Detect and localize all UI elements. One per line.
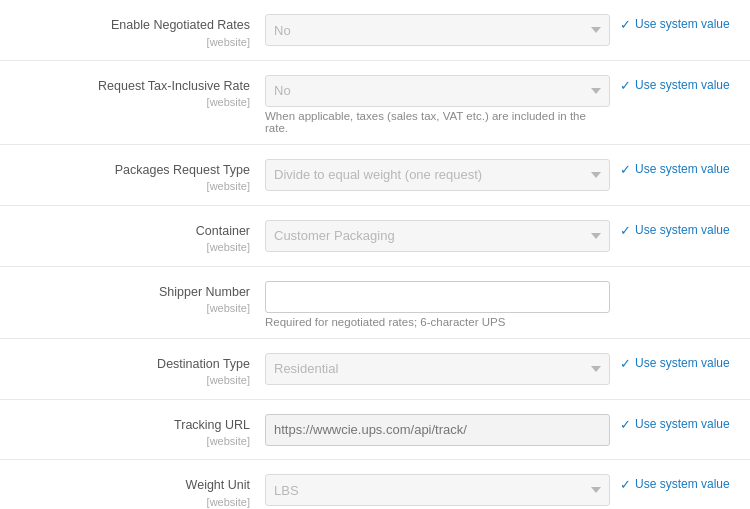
system-value-label-tracking-url[interactable]: Use system value	[635, 417, 730, 431]
form-rows-container: Enable Negotiated Rates[website]NoYes✓Us…	[0, 0, 750, 509]
select-packages-request-type: Divide to equal weight (one request)Use …	[265, 159, 610, 191]
label-destination-type: Destination Type[website]	[0, 349, 265, 389]
select-weight-unit: LBSKGS	[265, 474, 610, 506]
checkmark-icon-container[interactable]: ✓	[620, 223, 631, 238]
system-value-label-destination-type[interactable]: Use system value	[635, 356, 730, 370]
system-value-label-packages-request-type[interactable]: Use system value	[635, 162, 730, 176]
form-row-container: Container[website]Customer PackagingUPS …	[0, 206, 750, 267]
sublabel-request-tax-inclusive-rate: [website]	[0, 95, 250, 110]
form-row-enable-negotiated-rates: Enable Negotiated Rates[website]NoYes✓Us…	[0, 0, 750, 61]
input-shipper-number[interactable]	[265, 281, 610, 313]
system-value-label-request-tax-inclusive-rate[interactable]: Use system value	[635, 78, 730, 92]
input-tracking-url	[265, 414, 610, 446]
form-row-destination-type: Destination Type[website]ResidentialComm…	[0, 339, 750, 400]
form-row-weight-unit: Weight Unit[website]LBSKGS✓Use system va…	[0, 460, 750, 509]
label-shipper-number: Shipper Number[website]	[0, 277, 265, 317]
form-row-shipper-number: Shipper Number[website]Required for nego…	[0, 267, 750, 339]
system-value-cell-shipper-number	[620, 277, 750, 284]
checkmark-icon-packages-request-type[interactable]: ✓	[620, 162, 631, 177]
sublabel-shipper-number: [website]	[0, 301, 250, 316]
system-value-cell-packages-request-type: ✓Use system value	[620, 155, 750, 177]
system-value-label-container[interactable]: Use system value	[635, 223, 730, 237]
system-value-label-weight-unit[interactable]: Use system value	[635, 477, 730, 491]
sublabel-weight-unit: [website]	[0, 495, 250, 509]
system-value-label-enable-negotiated-rates[interactable]: Use system value	[635, 17, 730, 31]
sublabel-enable-negotiated-rates: [website]	[0, 35, 250, 50]
select-enable-negotiated-rates: NoYes	[265, 14, 610, 46]
system-value-cell-container: ✓Use system value	[620, 216, 750, 238]
checkmark-icon-enable-negotiated-rates[interactable]: ✓	[620, 17, 631, 32]
input-cell-tracking-url	[265, 410, 620, 446]
input-cell-packages-request-type: Divide to equal weight (one request)Use …	[265, 155, 620, 191]
label-enable-negotiated-rates: Enable Negotiated Rates[website]	[0, 10, 265, 50]
label-packages-request-type: Packages Request Type[website]	[0, 155, 265, 195]
settings-form: Enable Negotiated Rates[website]NoYes✓Us…	[0, 0, 750, 509]
form-row-packages-request-type: Packages Request Type[website]Divide to …	[0, 145, 750, 206]
checkmark-icon-request-tax-inclusive-rate[interactable]: ✓	[620, 78, 631, 93]
input-cell-shipper-number: Required for negotiated rates; 6-charact…	[265, 277, 620, 328]
form-row-request-tax-inclusive-rate: Request Tax-Inclusive Rate[website]NoYes…	[0, 61, 750, 145]
input-cell-destination-type: ResidentialCommercial	[265, 349, 620, 385]
label-request-tax-inclusive-rate: Request Tax-Inclusive Rate[website]	[0, 71, 265, 111]
select-request-tax-inclusive-rate: NoYes	[265, 75, 610, 107]
system-value-cell-request-tax-inclusive-rate: ✓Use system value	[620, 71, 750, 93]
form-row-tracking-url: Tracking URL[website]✓Use system value	[0, 400, 750, 461]
checkmark-icon-destination-type[interactable]: ✓	[620, 356, 631, 371]
select-destination-type: ResidentialCommercial	[265, 353, 610, 385]
checkmark-icon-weight-unit[interactable]: ✓	[620, 477, 631, 492]
system-value-cell-destination-type: ✓Use system value	[620, 349, 750, 371]
system-value-cell-weight-unit: ✓Use system value	[620, 470, 750, 492]
label-weight-unit: Weight Unit[website]	[0, 470, 265, 509]
input-cell-enable-negotiated-rates: NoYes	[265, 10, 620, 46]
input-cell-request-tax-inclusive-rate: NoYesWhen applicable, taxes (sales tax, …	[265, 71, 620, 134]
label-container: Container[website]	[0, 216, 265, 256]
sublabel-packages-request-type: [website]	[0, 179, 250, 194]
hint-request-tax-inclusive-rate: When applicable, taxes (sales tax, VAT e…	[265, 110, 610, 134]
system-value-cell-enable-negotiated-rates: ✓Use system value	[620, 10, 750, 32]
sublabel-container: [website]	[0, 240, 250, 255]
sublabel-tracking-url: [website]	[0, 434, 250, 449]
input-cell-container: Customer PackagingUPS LetterTubePAKUPS E…	[265, 216, 620, 252]
sublabel-destination-type: [website]	[0, 373, 250, 388]
hint-shipper-number: Required for negotiated rates; 6-charact…	[265, 316, 610, 328]
select-container: Customer PackagingUPS LetterTubePAKUPS E…	[265, 220, 610, 252]
input-cell-weight-unit: LBSKGS	[265, 470, 620, 506]
checkmark-icon-tracking-url[interactable]: ✓	[620, 417, 631, 432]
system-value-cell-tracking-url: ✓Use system value	[620, 410, 750, 432]
label-tracking-url: Tracking URL[website]	[0, 410, 265, 450]
